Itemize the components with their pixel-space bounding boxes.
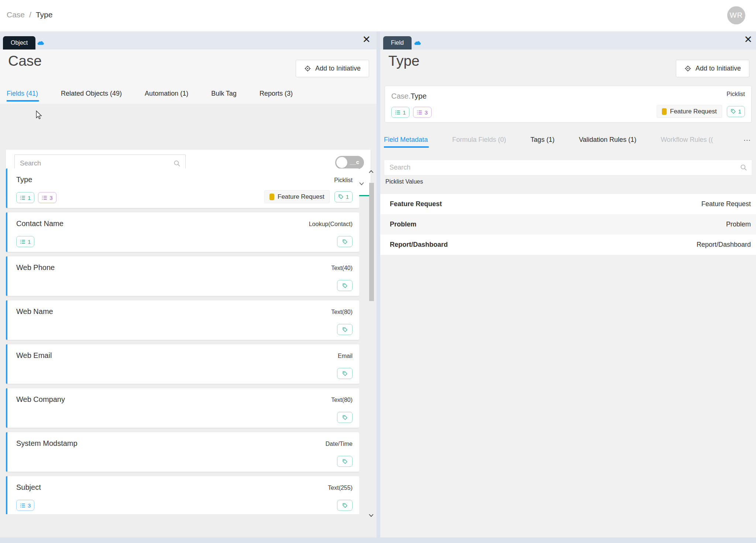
field-type: Lookup(Contact) [309, 221, 353, 228]
reference-badges: 1 [16, 236, 34, 247]
tabs-overflow-icon[interactable]: ... [743, 134, 751, 143]
object-panel: Object ✕ Case Add to Initiative Fields (… [0, 31, 377, 537]
tag-chip: Feature Request [264, 190, 330, 203]
reference-count: 3 [49, 195, 52, 201]
field-name: Contact Name [16, 219, 63, 228]
tab-related-objects-49[interactable]: Related Objects (49) [61, 90, 122, 102]
tab-bulk-tag[interactable]: Bulk Tag [211, 90, 237, 102]
field-card-system-modstamp[interactable]: System ModstampDate/Time [6, 432, 359, 472]
add-to-initiative-button[interactable]: Add to Initiative [676, 60, 749, 77]
salesforce-cloud-icon [37, 40, 45, 47]
breadcrumb-separator: / [29, 10, 31, 19]
reference-badges: 13 [391, 107, 432, 118]
add-to-initiative-button[interactable]: Add to Initiative [296, 60, 369, 77]
reference-count-badge: 3 [413, 107, 431, 118]
field-panel-strip: Field ✕ [380, 31, 756, 49]
breadcrumb-parent[interactable]: Case [7, 10, 25, 19]
app-screen: Case / Type WR Object ✕ Case Add to Init… [0, 0, 756, 543]
field-name: Web Company [16, 395, 65, 404]
tab-reports-3[interactable]: Reports (3) [260, 90, 293, 102]
tab-field-metadata[interactable]: Field Metadata [384, 136, 428, 148]
tag-count-badge [337, 456, 353, 467]
object-title: Case [8, 53, 42, 69]
field-card-web-company[interactable]: Web CompanyText(80) [6, 388, 359, 428]
tab-formula-fields-0: Formula Fields (0) [452, 136, 506, 148]
tab-fields-41[interactable]: Fields (41) [7, 90, 38, 102]
tag-icon [342, 239, 348, 245]
tab-validation-rules-1[interactable]: Validation Rules (1) [579, 136, 636, 148]
field-type: Picklist [726, 91, 745, 98]
reference-badges: 3 [16, 500, 34, 511]
tab-tags-1[interactable]: Tags (1) [530, 136, 554, 148]
target-icon [304, 65, 311, 72]
avatar[interactable]: WR [727, 6, 745, 24]
picklist-value-api: Feature Request [701, 200, 751, 208]
reference-count-badge: 3 [16, 500, 34, 511]
tab-automation-1[interactable]: Automation (1) [145, 90, 188, 102]
object-content: __c Filter by Tag Sorted by Reference Co… [0, 104, 377, 537]
scroll-down-icon[interactable] [369, 514, 375, 517]
tag-count-badge [337, 280, 353, 291]
reference-count: 3 [28, 502, 31, 509]
field-name: Type [410, 92, 426, 100]
toggle-label: __c [350, 159, 359, 165]
tag-count-badge [337, 500, 353, 511]
reference-badges: 13 [16, 192, 56, 203]
list-icon [42, 195, 47, 201]
field-tags [337, 412, 353, 423]
tag-chip: Feature Request [657, 105, 722, 118]
field-card-contact-name[interactable]: Contact NameLookup(Contact)1 [6, 212, 359, 252]
reference-count: 3 [425, 109, 427, 116]
picklist-value-api: Problem [726, 221, 751, 228]
search-icon [173, 160, 181, 167]
scrollbar [369, 170, 375, 517]
search-input[interactable] [384, 160, 752, 175]
field-card-web-phone[interactable]: Web PhoneText(40) [6, 256, 359, 296]
field-panel: Field ✕ Type Add to Initiative Case.Type… [380, 31, 756, 537]
object-panel-tab: Object [3, 36, 35, 49]
field-name: Web Name [16, 307, 53, 316]
close-icon[interactable]: ✕ [744, 34, 752, 44]
salesforce-cloud-icon [413, 40, 422, 47]
reference-count-badge: 1 [16, 236, 34, 247]
scrollbar-thumb[interactable] [369, 183, 374, 301]
object-tabs: Fields (41)Related Objects (49)Automatio… [7, 90, 365, 102]
tag-count-badge [337, 368, 353, 379]
close-icon[interactable]: ✕ [362, 34, 371, 44]
scroll-up-icon[interactable] [369, 170, 375, 173]
field-card-web-name[interactable]: Web NameText(80) [6, 300, 359, 340]
tag-count-badge [337, 412, 353, 423]
field-tags [337, 236, 353, 247]
tag-chip-label: Feature Request [670, 108, 717, 115]
reference-count: 1 [403, 109, 406, 116]
field-type: Date/Time [326, 441, 353, 447]
field-tags: Feature Request1 [264, 190, 353, 203]
picklist-value-label: Report/Dashboard [390, 241, 448, 249]
section-label: Picklist Values [385, 178, 423, 185]
list-icon [20, 195, 25, 201]
picklist-value-row: Feature RequestFeature Request [380, 194, 756, 214]
list-icon [395, 110, 401, 115]
picklist-values-list: Feature RequestFeature RequestProblemPro… [380, 194, 756, 255]
field-tags [337, 500, 353, 511]
object-panel-strip: Object ✕ [0, 31, 377, 49]
tag-icon [342, 371, 348, 376]
field-card-type[interactable]: TypePicklist13Feature Request1 [6, 168, 359, 208]
tab-workflow-rules: Workflow Rules (( [661, 136, 713, 148]
tag-count-badge [337, 236, 353, 247]
search-icon [740, 164, 747, 171]
add-to-initiative-label: Add to Initiative [695, 65, 741, 72]
field-card-subject[interactable]: SubjectText(255)3 [6, 476, 359, 514]
reference-count: 1 [28, 195, 31, 201]
field-card-web-email[interactable]: Web EmailEmail [6, 344, 359, 384]
tag-count-badge [337, 324, 353, 335]
tag-icon [731, 109, 736, 114]
breadcrumb: Case / Type [7, 10, 52, 19]
picklist-value-label: Problem [390, 221, 416, 228]
tag-count: 1 [346, 194, 349, 200]
custom-fields-toggle[interactable]: __c [335, 156, 364, 169]
field-type: Text(255) [328, 485, 353, 491]
reference-count-badge: 3 [38, 192, 56, 203]
picklist-value-row: ProblemProblem [380, 214, 756, 235]
field-name: Web Email [16, 351, 52, 360]
